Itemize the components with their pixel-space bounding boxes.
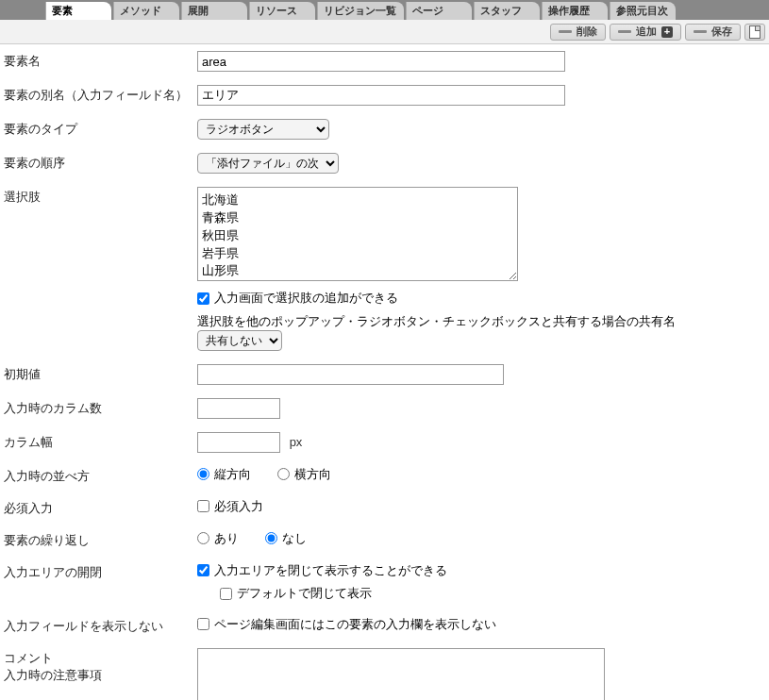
choices-textarea[interactable] <box>197 187 518 281</box>
repeat-no-label: なし <box>282 530 307 547</box>
delete-label: 削除 <box>577 25 597 39</box>
add-button[interactable]: 追加+ <box>610 24 681 41</box>
document-button[interactable] <box>744 24 765 41</box>
collapse-option[interactable]: 入力エリアを閉じて表示することができる <box>197 562 447 579</box>
label-required: 必須入力 <box>4 498 197 517</box>
add-choice-checkbox[interactable] <box>197 292 209 305</box>
repeat-yes-radio[interactable] <box>197 532 209 544</box>
plus-icon: + <box>661 26 673 38</box>
collapse-opt-label: 入力エリアを閉じて表示することができる <box>214 562 447 579</box>
hide-field-checkbox[interactable] <box>197 618 209 630</box>
label-repeat: 要素の繰り返し <box>4 530 197 549</box>
toolbar: 削除 追加+ 保存 <box>0 20 769 44</box>
required-checkbox[interactable] <box>197 500 209 512</box>
initial-input[interactable] <box>197 364 504 385</box>
tab-resource[interactable]: リソース <box>249 2 315 20</box>
share-select[interactable]: 共有しない <box>197 330 282 351</box>
alias-input[interactable] <box>197 85 565 106</box>
delete-button[interactable]: 削除 <box>550 24 606 41</box>
orientation-vertical[interactable]: 縦方向 <box>197 466 251 483</box>
tab-page[interactable]: ページ <box>406 2 472 20</box>
repeat-no[interactable]: なし <box>265 530 307 547</box>
label-hide-field: 入力フィールドを表示しない <box>4 616 197 635</box>
document-icon <box>749 25 761 39</box>
label-choices: 選択肢 <box>4 187 197 206</box>
repeat-yes[interactable]: あり <box>197 530 239 547</box>
px-unit: px <box>290 435 303 449</box>
orientation-vertical-radio[interactable] <box>197 468 209 480</box>
label-order: 要素の順序 <box>4 153 197 172</box>
comment-textarea[interactable] <box>197 648 605 701</box>
hide-field-opt-label: ページ編集画面にはこの要素の入力欄を表示しない <box>214 616 496 633</box>
repeat-no-radio[interactable] <box>265 532 277 544</box>
add-choice-label: 入力画面で選択肢の追加ができる <box>214 290 398 307</box>
collapse-default-option[interactable]: デフォルトで閉じて表示 <box>220 585 372 602</box>
order-select[interactable]: 「添付ファイル」の次 <box>197 153 339 174</box>
save-label: 保存 <box>711 25 732 39</box>
orientation-horizontal-label: 横方向 <box>294 466 331 483</box>
required-option[interactable]: 必須入力 <box>197 498 263 515</box>
share-label: 選択肢を他のポップアップ・ラジオボタン・チェックボックスと共有する場合の共有名 <box>197 314 676 328</box>
orientation-horizontal-radio[interactable] <box>277 468 290 480</box>
label-colwidth: カラム幅 <box>4 432 197 451</box>
tab-references[interactable]: 参照元目次 <box>610 2 676 20</box>
tab-method[interactable]: メソッド <box>113 2 179 20</box>
form: 要素名 要素の別名（入力フィールド名） 要素のタイプ ラジオボタン 要素の順序 … <box>0 44 769 700</box>
required-opt-label: 必須入力 <box>214 498 263 515</box>
label-name: 要素名 <box>4 51 197 70</box>
label-columns: 入力時のカラム数 <box>4 398 197 417</box>
orientation-horizontal[interactable]: 横方向 <box>277 466 331 483</box>
minus-icon <box>694 30 707 33</box>
minus-icon <box>618 30 631 33</box>
tab-staff[interactable]: スタッフ <box>474 2 540 20</box>
collapse-checkbox[interactable] <box>197 564 209 576</box>
label-comment: コメント 入力時の注意事項 <box>4 648 197 684</box>
label-collapse: 入力エリアの開閉 <box>4 562 197 581</box>
label-initial: 初期値 <box>4 364 197 383</box>
columns-input[interactable] <box>197 398 280 419</box>
orientation-vertical-label: 縦方向 <box>214 466 251 483</box>
minus-icon <box>559 30 572 33</box>
collapse-default-checkbox[interactable] <box>220 588 232 600</box>
tab-revisions[interactable]: リビジョン一覧 <box>317 2 404 20</box>
label-orientation: 入力時の並べ方 <box>4 466 197 485</box>
tab-deploy[interactable]: 展開 <box>181 2 247 20</box>
collapse-default-label: デフォルトで閉じて表示 <box>237 585 372 602</box>
label-type: 要素のタイプ <box>4 119 197 138</box>
repeat-yes-label: あり <box>214 530 239 547</box>
add-label: 追加 <box>636 25 657 39</box>
tab-bar: 要素 メソッド 展開 リソース リビジョン一覧 ページ スタッフ 操作履歴 参照… <box>0 0 769 20</box>
save-button[interactable]: 保存 <box>685 24 741 41</box>
name-input[interactable] <box>197 51 565 72</box>
label-alias: 要素の別名（入力フィールド名） <box>4 85 197 104</box>
colwidth-input[interactable] <box>197 432 280 453</box>
tab-element[interactable]: 要素 <box>45 2 111 20</box>
hide-field-option[interactable]: ページ編集画面にはこの要素の入力欄を表示しない <box>197 616 496 633</box>
type-select[interactable]: ラジオボタン <box>197 119 329 140</box>
add-choice-option[interactable]: 入力画面で選択肢の追加ができる <box>197 290 398 307</box>
tab-history[interactable]: 操作履歴 <box>542 2 608 20</box>
